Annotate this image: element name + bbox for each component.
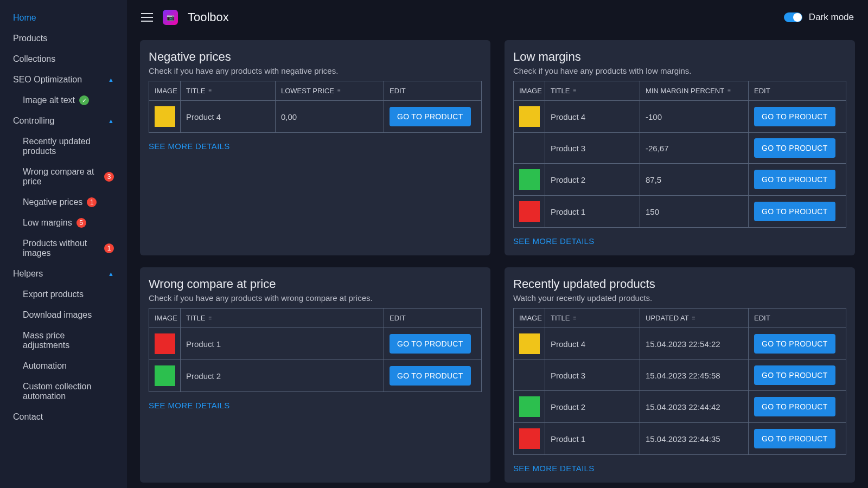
title-cell: Product 3 [545,133,640,164]
image-cell [149,101,181,133]
main: 📷 Toolbox Dark mode Negative prices Chec… [127,0,868,488]
sidebar-item-label: Low margins [23,218,72,228]
go-to-product-button[interactable]: GO TO PRODUCT [754,170,835,189]
th-edit: EDIT [749,309,846,328]
sidebar-item-helpers[interactable]: Helpers ▲ [0,264,127,284]
th-title[interactable]: TITLE≡ [545,81,640,101]
sidebar-item-download-images[interactable]: Download images [0,305,127,325]
sidebar-item-controlling[interactable]: Controlling ▲ [0,111,127,131]
go-to-product-button[interactable]: GO TO PRODUCT [754,397,835,416]
edit-cell: GO TO PRODUCT [749,423,846,455]
image-cell [514,101,545,133]
title-cell: Product 4 [545,101,640,133]
go-to-product-button[interactable]: GO TO PRODUCT [754,202,835,221]
card-title: Wrong compare at price [149,277,482,291]
table-row: Product 4-100GO TO PRODUCT [514,101,846,133]
table-row: Product 215.04.2023 22:44:42GO TO PRODUC… [514,391,846,423]
sidebar-item-contact[interactable]: Contact [0,407,127,427]
sidebar-item-products[interactable]: Products [0,28,127,49]
see-more-link[interactable]: SEE MORE DETAILS [149,142,482,151]
image-cell [514,196,545,228]
title-cell: Product 1 [545,196,640,228]
sidebar-item-home[interactable]: Home [0,8,127,28]
see-more-link[interactable]: SEE MORE DETAILS [513,236,846,246]
badge-count: 3 [104,172,114,182]
image-cell [514,360,545,391]
th-title[interactable]: TITLE≡ [181,81,276,101]
sidebar-item-image-alt-text[interactable]: Image alt text ✓ [0,90,127,111]
sidebar-item-label: Helpers [13,269,43,279]
sort-icon: ≡ [208,88,212,94]
go-to-product-button[interactable]: GO TO PRODUCT [754,365,835,385]
see-more-link[interactable]: SEE MORE DETAILS [513,464,846,473]
th-lowest-price[interactable]: LOWEST PRICE≡ [276,81,384,101]
sidebar-item-seo[interactable]: SEO Optimization ▲ [0,69,127,90]
sidebar: Home Products Collections SEO Optimizati… [0,0,127,488]
th-title[interactable]: TITLE≡ [181,309,384,328]
sidebar-item-recently-updated[interactable]: Recently updated products [0,131,127,162]
chevron-up-icon: ▲ [108,271,114,277]
image-cell [514,423,545,455]
image-cell [149,360,181,392]
edit-cell: GO TO PRODUCT [749,101,846,133]
sidebar-item-negative-prices[interactable]: Negative prices 1 [0,192,127,213]
product-swatch [155,333,175,354]
sort-icon: ≡ [573,88,576,94]
sidebar-item-products-without-images[interactable]: Products without images 1 [0,233,127,264]
sidebar-item-collections[interactable]: Collections [0,49,127,69]
table-row: Product 2GO TO PRODUCT [149,360,482,392]
edit-cell: GO TO PRODUCT [749,164,846,196]
title-cell: Product 3 [545,360,640,391]
title-cell: Product 2 [545,164,640,196]
edit-cell: GO TO PRODUCT [749,391,846,423]
sidebar-item-wrong-compare[interactable]: Wrong compare at price 3 [0,162,127,192]
sidebar-item-automation[interactable]: Automation [0,356,127,376]
low-margins-table: IMAGE TITLE≡ MIN MARGIN PERCENT≡ EDIT Pr… [513,81,846,228]
menu-icon[interactable] [141,13,153,22]
th-min-margin[interactable]: MIN MARGIN PERCENT≡ [640,81,749,101]
product-swatch [519,106,540,127]
image-cell [149,328,181,360]
see-more-link[interactable]: SEE MORE DETAILS [149,401,482,410]
table-row: Product 287,5GO TO PRODUCT [514,164,846,196]
go-to-product-button[interactable]: GO TO PRODUCT [754,334,835,354]
sidebar-item-label: Negative prices [23,197,82,207]
go-to-product-button[interactable]: GO TO PRODUCT [390,366,471,386]
title-cell: Product 4 [181,101,276,133]
edit-cell: GO TO PRODUCT [384,101,482,133]
th-edit: EDIT [384,309,482,328]
dark-mode-toggle[interactable] [784,12,802,22]
go-to-product-button[interactable]: GO TO PRODUCT [754,107,835,126]
table-row: Product 1GO TO PRODUCT [149,328,482,360]
th-title[interactable]: TITLE≡ [545,309,640,328]
sidebar-item-custom-collection[interactable]: Custom collection automation [0,376,127,407]
badge-count: 1 [87,197,97,207]
sidebar-item-export-products[interactable]: Export products [0,284,127,305]
card-low-margins: Low margins Check if you have any produc… [505,40,855,255]
title-cell: Product 2 [545,391,640,423]
th-updated-at[interactable]: UPDATED AT≡ [640,309,749,328]
sidebar-item-label: Image alt text [23,95,75,105]
go-to-product-button[interactable]: GO TO PRODUCT [754,429,835,448]
margin-cell: -26,67 [640,133,749,164]
card-title: Recently updated products [513,277,846,291]
product-swatch [155,106,175,127]
title-cell: Product 1 [545,423,640,455]
edit-cell: GO TO PRODUCT [749,328,846,360]
go-to-product-button[interactable]: GO TO PRODUCT [390,107,471,126]
sort-icon: ≡ [692,315,695,321]
go-to-product-button[interactable]: GO TO PRODUCT [754,138,835,158]
check-icon: ✓ [79,95,89,105]
card-wrong-compare: Wrong compare at price Check if you have… [140,267,490,483]
sidebar-item-low-margins[interactable]: Low margins 5 [0,213,127,233]
table-row: Product 315.04.2023 22:45:58GO TO PRODUC… [514,360,846,391]
title-cell: Product 1 [181,328,384,360]
image-cell [514,391,545,423]
go-to-product-button[interactable]: GO TO PRODUCT [390,334,471,354]
chevron-up-icon: ▲ [108,76,114,83]
sort-icon: ≡ [337,88,341,94]
edit-cell: GO TO PRODUCT [384,360,482,392]
th-image: IMAGE [514,309,545,328]
sidebar-item-mass-price[interactable]: Mass price adjustments [0,325,127,356]
margin-cell: 87,5 [640,164,749,196]
